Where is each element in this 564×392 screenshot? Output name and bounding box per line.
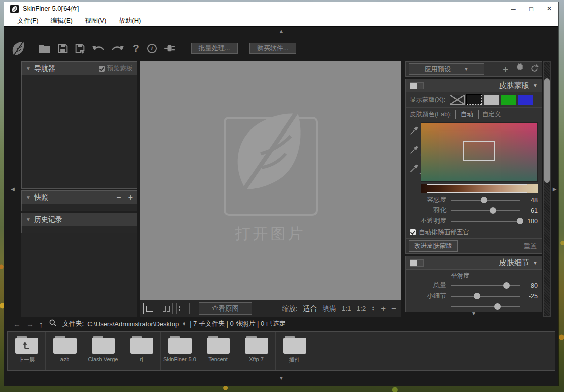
skin-detail-toggle[interactable] bbox=[410, 259, 424, 267]
scrollbar-thumb[interactable] bbox=[544, 78, 550, 183]
image-canvas[interactable]: 打开图片 bbox=[140, 61, 401, 300]
skin-color-custom-button[interactable]: 自定义 bbox=[482, 110, 502, 119]
eyedropper-add-icon[interactable]: + bbox=[410, 145, 419, 156]
main-area: ◀ ▼ 导航器 预览蒙板 ▼ 快照 − bbox=[4, 61, 558, 317]
luminance-gradient-bar[interactable] bbox=[421, 184, 538, 193]
panel-scroll-down-icon[interactable]: ▼ bbox=[471, 311, 476, 316]
menu-edit[interactable]: 编辑(E) bbox=[45, 15, 79, 26]
zoom-out-button[interactable]: − bbox=[391, 304, 396, 314]
clipped-knob[interactable] bbox=[494, 303, 501, 310]
improve-skin-mask-button[interactable]: 改进皮肤蒙版 bbox=[409, 240, 458, 252]
window-controls: ─ □ × bbox=[504, 2, 558, 15]
add-preset-button[interactable]: + bbox=[503, 64, 508, 74]
folder-icon bbox=[283, 336, 306, 354]
skin-mask-header[interactable]: 皮肤蒙版 ▼ bbox=[406, 79, 542, 92]
zoom-fit-button[interactable]: 适合 bbox=[303, 304, 317, 313]
color-selection-rect[interactable] bbox=[463, 141, 495, 161]
right-panel-scrollbar[interactable] bbox=[543, 61, 551, 317]
snapshot-add-button[interactable]: + bbox=[128, 193, 133, 202]
menu-bar: 文件(F) 编辑(E) 视图(V) 帮助(H) bbox=[4, 15, 558, 27]
menu-help[interactable]: 帮助(H) bbox=[112, 15, 147, 26]
collapse-right-icon[interactable]: ▶ bbox=[553, 187, 557, 192]
folder-clash-verge[interactable]: Clash Verge bbox=[84, 332, 122, 370]
folder-xftp[interactable]: Xftp 7 bbox=[237, 332, 276, 370]
apply-preset-dropdown[interactable]: 应用预设 ▼ bbox=[409, 63, 484, 75]
menu-file[interactable]: 文件(F) bbox=[11, 15, 45, 26]
bottom-collapse-row: ▼ bbox=[4, 371, 558, 386]
view-split-horizontal-button[interactable] bbox=[176, 303, 190, 314]
folder-skinfiner[interactable]: SkinFiner 5.0 bbox=[161, 332, 199, 370]
placeholder-logo bbox=[224, 117, 318, 216]
view-single-button[interactable] bbox=[143, 303, 156, 314]
maximize-button[interactable]: □ bbox=[522, 2, 540, 15]
small-detail-slider[interactable] bbox=[451, 291, 520, 301]
auto-exclude-checkbox[interactable] bbox=[410, 229, 416, 235]
preset-settings-gear-icon[interactable] bbox=[515, 63, 524, 75]
zoom-in-button[interactable]: + bbox=[381, 304, 386, 314]
help-icon[interactable]: ? bbox=[131, 42, 141, 54]
feather-slider[interactable] bbox=[451, 205, 520, 216]
history-header[interactable]: ▼ 历史记录 bbox=[21, 213, 137, 226]
reset-button[interactable]: 重置 bbox=[524, 242, 539, 251]
luminance-range-selector[interactable] bbox=[427, 184, 528, 193]
buy-software-button[interactable]: 购买软件... bbox=[249, 43, 296, 54]
folder-azb[interactable]: azb bbox=[46, 332, 84, 370]
close-button[interactable]: × bbox=[540, 2, 558, 15]
feather-knob[interactable] bbox=[490, 207, 496, 214]
clipped-slider[interactable] bbox=[451, 301, 520, 312]
skin-detail-header[interactable]: 皮肤细节 ▼ bbox=[406, 256, 542, 270]
plugin-icon[interactable] bbox=[163, 44, 176, 53]
reset-presets-refresh-icon[interactable] bbox=[530, 64, 539, 75]
minimize-button[interactable]: ─ bbox=[504, 2, 522, 15]
folder-up-one-level[interactable]: 上一层 bbox=[8, 332, 46, 370]
mask-swatch-black-selected[interactable] bbox=[467, 95, 482, 105]
snapshots-header[interactable]: ▼ 快照 − + bbox=[21, 190, 137, 204]
save-icon[interactable] bbox=[57, 43, 68, 54]
mask-swatch-green[interactable] bbox=[501, 95, 516, 105]
zoom-1-1-button[interactable]: 1:1 bbox=[342, 305, 351, 312]
collapse-top-icon[interactable]: ▲ bbox=[279, 29, 284, 34]
zoom-fill-button[interactable]: 填满 bbox=[323, 304, 336, 313]
info-icon[interactable]: i bbox=[147, 44, 157, 53]
mask-swatch-gray[interactable] bbox=[484, 95, 499, 105]
preview-mask-checkbox[interactable] bbox=[99, 66, 105, 72]
redo-icon[interactable] bbox=[111, 44, 124, 53]
menu-view[interactable]: 视图(V) bbox=[79, 15, 112, 26]
open-folder-icon[interactable] bbox=[39, 44, 51, 53]
collapse-bottom-icon[interactable]: ▼ bbox=[279, 376, 284, 381]
snapshots-list bbox=[21, 204, 137, 211]
snapshot-remove-button[interactable]: − bbox=[116, 193, 121, 202]
save-as-icon[interactable] bbox=[75, 43, 85, 54]
zoom-spinner[interactable]: ▲▼ bbox=[371, 306, 375, 311]
undo-icon[interactable] bbox=[92, 44, 105, 53]
zoom-1-2-button[interactable]: 1:2 bbox=[356, 305, 366, 312]
amount-slider[interactable] bbox=[451, 280, 520, 291]
eyedropper-remove-icon[interactable]: − bbox=[410, 163, 419, 175]
skin-color-auto-button[interactable]: 自动 bbox=[455, 110, 479, 119]
batch-process-button[interactable]: 批量处理... bbox=[191, 43, 238, 54]
folder-plugins[interactable]: 插件 bbox=[276, 332, 314, 370]
small-detail-knob[interactable] bbox=[474, 293, 480, 299]
view-original-button[interactable]: 查看原图 bbox=[199, 302, 252, 315]
mask-swatch-blue[interactable] bbox=[518, 95, 533, 105]
nav-back-icon[interactable]: ← bbox=[13, 320, 21, 329]
mask-swatch-none[interactable] bbox=[450, 95, 465, 105]
navigator-header[interactable]: ▼ 导航器 预览蒙板 bbox=[21, 61, 137, 75]
folder-path-value[interactable]: C:\Users\Administrator\Desktop bbox=[87, 320, 179, 328]
view-split-vertical-button[interactable] bbox=[160, 303, 173, 314]
skin-mask-toggle[interactable] bbox=[410, 82, 424, 89]
nav-up-icon[interactable]: ↑ bbox=[39, 320, 43, 329]
search-icon[interactable] bbox=[49, 319, 57, 329]
tolerance-knob[interactable] bbox=[481, 197, 487, 203]
tolerance-slider[interactable] bbox=[451, 194, 520, 205]
eyedropper-icon[interactable] bbox=[410, 125, 419, 137]
opacity-knob[interactable] bbox=[517, 218, 523, 224]
opacity-slider[interactable] bbox=[451, 216, 520, 226]
collapse-left-icon[interactable]: ◀ bbox=[11, 187, 15, 192]
path-spinner[interactable]: ▲▼ bbox=[182, 322, 186, 326]
folder-rj[interactable]: rj bbox=[122, 332, 161, 370]
folder-tencent[interactable]: Tencent bbox=[199, 332, 237, 370]
amount-knob[interactable] bbox=[503, 282, 510, 289]
nav-forward-icon[interactable]: → bbox=[26, 320, 34, 329]
skin-color-field[interactable] bbox=[421, 122, 538, 182]
